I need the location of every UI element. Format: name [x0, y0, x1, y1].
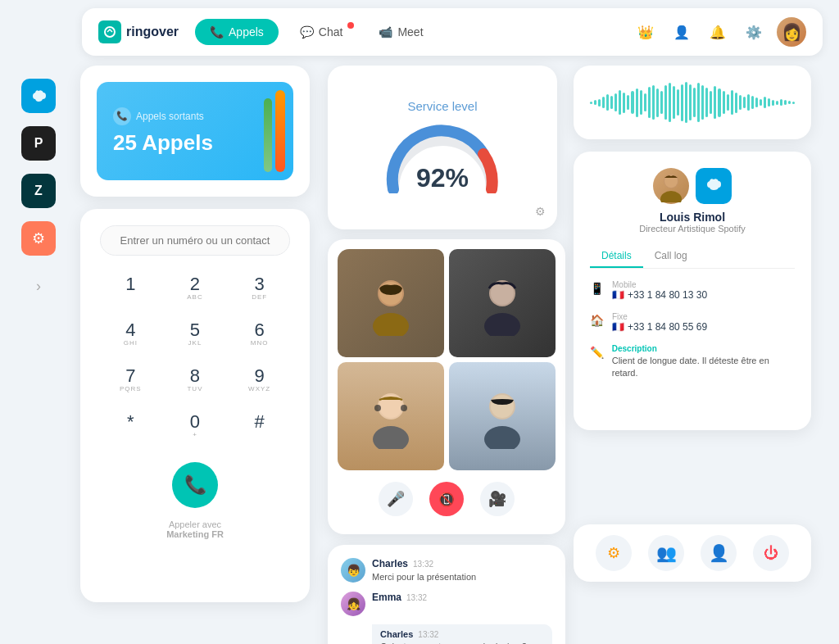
fixe-value: 🇫🇷 +33 1 84 80 55 69 [612, 321, 707, 333]
sidebar-item-pipedrive[interactable]: P [21, 126, 56, 161]
waveform-bar [669, 83, 671, 122]
svg-point-5 [484, 313, 520, 336]
dialer-key-5[interactable]: 5 JKL [165, 313, 226, 356]
waveform-bar [681, 84, 683, 121]
dialer-key-8[interactable]: 8 TUV [165, 359, 226, 401]
dialer-key-star[interactable]: * [100, 405, 161, 447]
waveform-bar [590, 102, 592, 104]
dialer-key-9[interactable]: 9 WXYZ [229, 359, 290, 401]
waveform-bar [685, 82, 687, 123]
service-gear-icon[interactable]: ⚙ [535, 205, 546, 218]
avatar[interactable]: 👩 [777, 17, 806, 47]
chat-time-2: 13:32 [406, 593, 427, 602]
video-cell-1 [338, 249, 444, 357]
card-contact: Louis Rimol Directeur Artistique Spotify… [574, 152, 811, 430]
waveform-bar [656, 88, 659, 117]
tab-chat[interactable]: 💬 Chat [285, 19, 358, 45]
waveform-bar [792, 102, 795, 104]
waveform-bar [652, 85, 655, 120]
fixe-label: Fixe [612, 312, 707, 321]
svg-point-8 [373, 426, 409, 449]
settings-button[interactable]: ⚙ [596, 535, 632, 571]
appels-sortants-count: 25 Appels [113, 130, 277, 156]
contact-fixe: 🏠 Fixe 🇫🇷 +33 1 84 80 55 69 [590, 312, 795, 333]
card-video-call: 🎤 📵 🎥 [328, 239, 565, 534]
hubspot-label: ⚙ [32, 229, 45, 247]
contact-title: Directeur Artistique Spotify [639, 224, 746, 234]
phone-circle-icon: 📞 [113, 107, 131, 125]
mobile-value: 🇫🇷 +33 1 84 80 13 30 [612, 289, 707, 301]
waveform-bar [727, 94, 729, 111]
contact-avatars [653, 168, 732, 204]
users-button[interactable]: 👥 [648, 535, 684, 571]
person-button[interactable]: 👤 [701, 535, 737, 571]
user-icon[interactable]: 👤 [669, 19, 695, 45]
card-service-level: Service level 92% ⚙ [328, 66, 557, 229]
crown-icon[interactable]: 👑 [633, 19, 659, 45]
sidebar-item-hubspot[interactable]: ⚙ [21, 221, 56, 256]
card-appels-sortants: 📞 Appels sortants 25 Appels [80, 66, 310, 197]
waveform-bar [598, 99, 601, 107]
dialer-key-2[interactable]: 2 ABC [165, 267, 226, 310]
dialer-key-0[interactable]: 0 + [165, 405, 226, 447]
waveform-bar [615, 93, 617, 111]
contact-avatar [653, 168, 689, 204]
waveform-bar [705, 88, 708, 117]
dialer-key-3[interactable]: 3 DEF [229, 267, 290, 310]
card-quick-actions: ⚙ 👥 👤 ⏻ [574, 524, 811, 582]
tab-meet-label: Meet [397, 25, 423, 39]
bell-icon[interactable]: 🔔 [705, 19, 731, 45]
bubble-name: Charles [380, 629, 413, 639]
gauge-container: 92% [377, 120, 508, 193]
card-chat: 👦 Charles 13:32 Merci pour la présentati… [328, 545, 565, 644]
dialer-key-hash[interactable]: # [229, 405, 290, 447]
waveform-bar [739, 95, 741, 110]
sidebar-item-salesforce[interactable] [21, 79, 56, 113]
dialer-key-6[interactable]: 6 MNO [229, 313, 290, 356]
camera-button[interactable]: 🎥 [480, 482, 515, 516]
contact-name: Louis Rimol [660, 211, 725, 224]
contact-tabs: Détails Call log [590, 245, 795, 269]
waveform-bar [640, 90, 642, 115]
logo: ringover [98, 20, 179, 43]
tab-appels[interactable]: 📞 Appels [195, 19, 279, 45]
fixe-number: +33 1 84 80 55 69 [628, 321, 707, 333]
waveform-bar [623, 93, 625, 113]
bubble-time: 13:32 [418, 630, 438, 639]
svg-point-0 [105, 27, 115, 37]
sidebar-item-zendesk[interactable]: Z [21, 174, 56, 208]
dialer-call-button[interactable]: 📞 [172, 462, 218, 508]
waveform-bar [697, 83, 700, 122]
waveform-bar [636, 88, 638, 117]
emma-avatar: 👧 [341, 592, 365, 616]
waveform-bar [660, 91, 663, 114]
sidebar-item-more[interactable]: › [21, 269, 56, 303]
waveform-bar [664, 85, 667, 120]
gear-icon[interactable]: ⚙️ [741, 19, 767, 45]
tab-meet[interactable]: 📹 Meet [364, 19, 438, 45]
dialer-key-4[interactable]: 4 GHI [100, 313, 161, 356]
waveform-bar [747, 94, 750, 111]
mute-button[interactable]: 🎤 [379, 482, 413, 516]
hangup-button[interactable]: 📵 [429, 482, 464, 516]
svg-point-13 [484, 426, 520, 449]
tab-calllog[interactable]: Call log [643, 245, 699, 268]
svg-point-17 [660, 191, 682, 202]
chat-bubble: Charles 13:32 Qu'est-ce que tu penses du… [372, 624, 552, 644]
dialer-key-7[interactable]: 7 PQRS [100, 359, 161, 401]
tab-chat-label: Chat [319, 25, 343, 39]
logo-text: ringover [126, 25, 179, 39]
dialer-input[interactable] [100, 225, 290, 256]
chat-message-1: 👦 Charles 13:32 Merci pour la présentati… [341, 558, 552, 583]
pencil-icon: ✏️ [590, 346, 604, 359]
appels-sortants-label: 📞 Appels sortants [113, 107, 277, 125]
top-navigation: ringover 📞 Appels 💬 Chat 📹 Meet 👑 👤 🔔 ⚙️… [82, 8, 823, 56]
pipedrive-label: P [34, 136, 43, 151]
tab-details[interactable]: Détails [590, 245, 643, 268]
contact-salesforce-icon [696, 168, 732, 204]
dialer-key-1[interactable]: 1 [100, 267, 161, 310]
waveform-bar [718, 88, 720, 117]
waveform-bar [784, 100, 787, 105]
bar-orange [275, 90, 285, 172]
power-button[interactable]: ⏻ [753, 535, 789, 571]
